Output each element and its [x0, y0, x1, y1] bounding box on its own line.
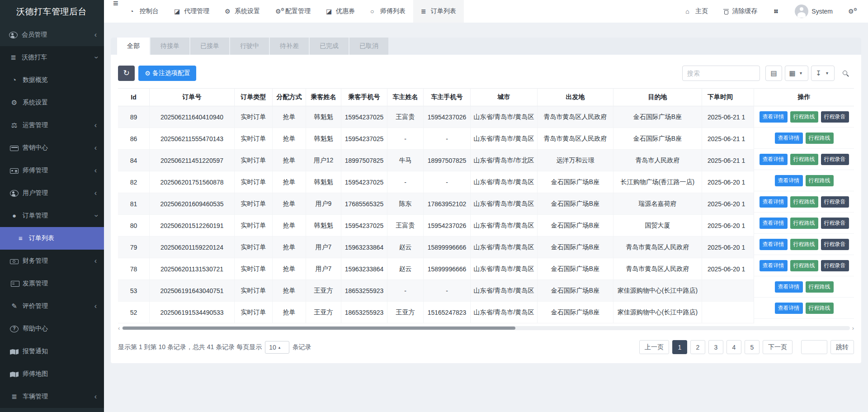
sidebar-item[interactable]: 营销中心 — [0, 137, 104, 159]
trip-route-button[interactable]: 行程路线 — [790, 239, 818, 250]
cell-order-type: 实时订单 — [235, 128, 273, 149]
prev-page-button[interactable]: 上一页 — [639, 340, 669, 354]
page-number-button[interactable]: 5 — [745, 340, 760, 354]
topnav-item-label: 系统设置 — [235, 7, 260, 15]
sidebar-item[interactable]: 报警通知 — [0, 340, 104, 363]
trip-route-button[interactable]: 行程路线 — [806, 281, 834, 293]
column-header-assign-mode[interactable]: 分配方式 — [273, 88, 306, 106]
fullscreen-button[interactable]: ✥ — [765, 0, 787, 23]
remark-config-button[interactable]: ⚙ 备注选项配置 — [138, 66, 196, 81]
search-button[interactable] — [837, 66, 854, 81]
column-header-order-no[interactable]: 订单号 — [150, 88, 235, 106]
detail-view-button[interactable]: ▤ — [765, 66, 782, 81]
clear-cache-link[interactable]: 清除缓存 — [716, 0, 765, 23]
trip-route-button[interactable]: 行程路线 — [790, 260, 818, 271]
sidebar-item[interactable]: ◔ 数据概览 — [0, 69, 104, 91]
sidebar-item[interactable]: ✎ 评价管理 — [0, 295, 104, 317]
scroll-left-icon[interactable]: ‹ — [118, 325, 120, 331]
view-details-button[interactable]: 查看详情 — [775, 133, 803, 144]
view-details-button[interactable]: 查看详情 — [760, 239, 788, 250]
trip-audio-button[interactable]: 行程录音 — [821, 111, 849, 123]
export-button[interactable]: ↧ ▾ — [811, 66, 835, 81]
sidebar-item[interactable]: 师傅地图 — [0, 363, 104, 385]
scrollbar-track[interactable] — [122, 326, 849, 330]
view-details-button[interactable]: 查看详情 — [760, 260, 788, 271]
topnav-item[interactable]: ◪ 优惠券 — [318, 0, 363, 23]
sidebar-item-icon — [10, 326, 19, 332]
column-header-driver-name[interactable]: 车主姓名 — [387, 88, 424, 106]
sidebar-item[interactable]: 用户管理 — [0, 182, 104, 204]
sidebar-item[interactable]: ≣ 车辆管理 — [0, 385, 104, 408]
sidebar-item[interactable]: ≣ 沃德打车 — [0, 46, 104, 69]
view-details-button[interactable]: 查看详情 — [760, 111, 788, 123]
view-details-button[interactable]: 查看详情 — [775, 303, 803, 314]
user-menu[interactable]: System — [787, 0, 840, 23]
trip-audio-button[interactable]: 行程录音 — [821, 239, 849, 250]
jump-button[interactable]: 跳转 — [830, 340, 854, 354]
trip-route-button[interactable]: 行程路线 — [790, 111, 818, 123]
sidebar-item[interactable]: 帮助中心 — [0, 317, 104, 340]
topnav-item[interactable]: ≣ 订单列表 — [413, 0, 464, 23]
sidebar-item[interactable]: ● 订单管理 — [0, 204, 104, 227]
view-details-button[interactable]: 查看详情 — [760, 196, 788, 208]
topnav-item[interactable]: ○ 师傅列表 — [363, 0, 413, 23]
refresh-button[interactable]: ↻ — [118, 66, 135, 81]
view-details-button[interactable]: 查看详情 — [760, 154, 788, 165]
column-header-driver-phone[interactable]: 车主手机号 — [424, 88, 471, 106]
sidebar-item[interactable]: ≡ 订单列表 — [0, 227, 104, 250]
column-header-id[interactable]: Id — [118, 88, 150, 106]
page-number-button[interactable]: 3 — [708, 340, 723, 354]
view-details-button[interactable]: 查看详情 — [775, 281, 803, 293]
view-details-button[interactable]: 查看详情 — [760, 218, 788, 229]
trip-audio-button[interactable]: 行程录音 — [821, 260, 849, 271]
trip-route-button[interactable]: 行程路线 — [790, 154, 818, 165]
sidebar-item[interactable]: 财务管理 — [0, 250, 104, 272]
status-tab[interactable]: 已接单 — [190, 38, 229, 55]
page-number-button[interactable]: 1 — [672, 340, 687, 354]
status-tab[interactable]: 已取消 — [349, 38, 388, 55]
trip-audio-button[interactable]: 行程录音 — [821, 218, 849, 229]
column-header-destination[interactable]: 目的地 — [613, 88, 702, 106]
view-details-button[interactable]: 查看详情 — [775, 175, 803, 186]
sidebar-item[interactable]: ⚙ 系统设置 — [0, 91, 104, 114]
status-tab[interactable]: 已完成 — [310, 38, 349, 55]
sidebar-item[interactable]: 师傅管理 — [0, 159, 104, 182]
trip-route-button[interactable]: 行程路线 — [806, 133, 834, 144]
topnav-item[interactable]: ⚙ 配置管理 — [268, 0, 318, 23]
topnav-item[interactable]: ◪ 代理管理 — [166, 0, 217, 23]
column-header-passenger-phone[interactable]: 乘客手机号 — [341, 88, 387, 106]
trip-route-button[interactable]: 行程路线 — [790, 196, 818, 208]
status-tab-label: 待接单 — [160, 42, 179, 50]
cell-driver-phone: - — [424, 171, 471, 193]
topnav-item[interactable]: ⚙ 系统设置 — [217, 0, 268, 23]
home-link[interactable]: ⌂ 主页 — [678, 0, 716, 23]
status-tab[interactable]: 待接单 — [151, 38, 189, 55]
sidebar-item[interactable]: 发票管理 — [0, 272, 104, 295]
sidebar-item[interactable]: 会员管理 — [0, 24, 104, 46]
scrollbar-thumb[interactable] — [123, 327, 515, 330]
search-input[interactable] — [682, 66, 760, 81]
trip-route-button[interactable]: 行程路线 — [790, 218, 818, 229]
topnav-item[interactable]: ◔ 控制台 — [122, 0, 166, 23]
page-number-button[interactable]: 4 — [726, 340, 741, 354]
status-tab[interactable]: 全部 — [117, 38, 150, 55]
trip-route-button[interactable]: 行程路线 — [806, 303, 834, 314]
jump-page-input[interactable] — [801, 340, 827, 354]
scroll-right-icon[interactable]: › — [852, 325, 854, 331]
column-header-order-type[interactable]: 订单类型 — [235, 88, 273, 106]
sidebar-item[interactable]: ⚖ 运营管理 — [0, 114, 104, 137]
column-header-origin[interactable]: 出发地 — [538, 88, 613, 106]
columns-button[interactable]: ▦ ▾ — [785, 66, 808, 81]
status-tab[interactable]: 行驶中 — [230, 38, 269, 55]
trip-route-button[interactable]: 行程路线 — [806, 175, 834, 186]
trip-audio-button[interactable]: 行程录音 — [821, 154, 849, 165]
page-size-select[interactable]: 10 ▴ — [265, 341, 289, 354]
page-number-button[interactable]: 2 — [690, 340, 705, 354]
trip-audio-button[interactable]: 行程录音 — [821, 196, 849, 208]
column-header-passenger-name[interactable]: 乘客姓名 — [306, 88, 341, 106]
column-header-city[interactable]: 城市 — [471, 88, 538, 106]
next-page-button[interactable]: 下一页 — [763, 340, 793, 354]
status-tab[interactable]: 待补差 — [270, 38, 309, 55]
menu-icon[interactable]: ≡ — [104, 0, 122, 6]
settings-button[interactable]: ⚙ — [840, 0, 863, 23]
